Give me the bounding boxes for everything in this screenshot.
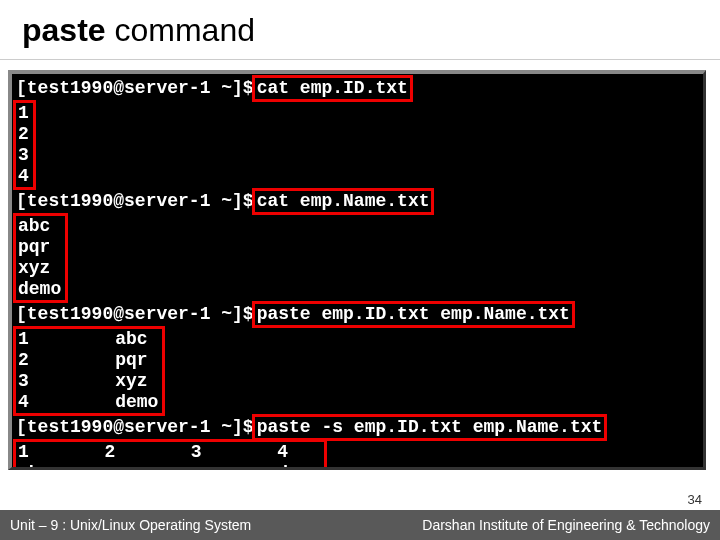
- prompt-1b: server-1 ~]$: [124, 78, 254, 98]
- output-3: 1 abc 2 pqr 3 xyz 4 demo: [13, 326, 165, 416]
- slide-footer: Unit – 9 : Unix/Linux Operating System D…: [0, 510, 720, 540]
- page-number: 34: [688, 492, 702, 507]
- command-4: paste -s emp.ID.txt emp.Name.txt: [252, 414, 608, 441]
- title-rest: command: [106, 12, 255, 48]
- slide-title: paste command: [22, 12, 698, 49]
- output-4: 1 2 3 4 abc pqr xyz _ demo: [13, 439, 327, 470]
- footer-left: Unit – 9 : Unix/Linux Operating System: [10, 517, 251, 533]
- output-2: abc pqr xyz demo: [13, 213, 68, 303]
- title-bold: paste: [22, 12, 106, 48]
- prompt-3a: [test1990@: [16, 304, 124, 324]
- command-3: paste emp.ID.txt emp.Name.txt: [252, 301, 575, 328]
- prompt-3b: server-1 ~]$: [124, 304, 254, 324]
- footer-right: Darshan Institute of Engineering & Techn…: [422, 517, 710, 533]
- slide-title-area: paste command: [0, 0, 720, 60]
- prompt-4a: [test1990@: [16, 417, 124, 437]
- prompt-1a: [test1990@: [16, 78, 124, 98]
- command-1: cat emp.ID.txt: [252, 75, 413, 102]
- terminal-output: [test1990@server-1 ~]$cat emp.ID.txt 1 2…: [8, 70, 706, 470]
- prompt-2a: [test1990@: [16, 191, 124, 211]
- prompt-2b: server-1 ~]$: [124, 191, 254, 211]
- output-1: 1 2 3 4: [13, 100, 36, 190]
- prompt-4b: server-1 ~]$: [124, 417, 254, 437]
- command-2: cat emp.Name.txt: [252, 188, 435, 215]
